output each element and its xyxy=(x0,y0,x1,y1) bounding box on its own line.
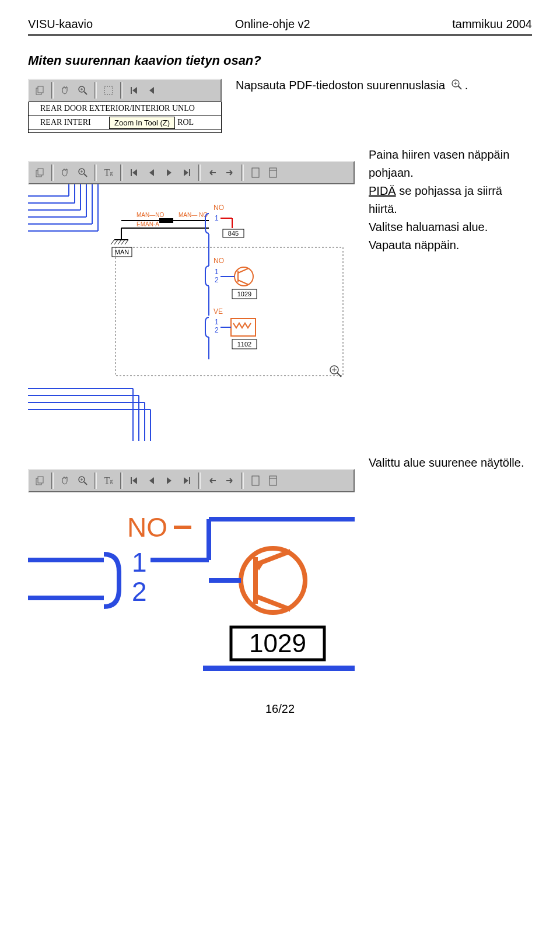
prev-page-icon[interactable] xyxy=(145,83,159,97)
zoomed-diagram: NO 1 2 xyxy=(28,496,355,673)
first-page-icon[interactable] xyxy=(127,474,141,488)
steps-text: Paina hiiren vasen näppäin pohjaan. PIDÄ… xyxy=(369,146,532,441)
step-4: Vapauta näppäin. xyxy=(369,236,532,254)
context-row-2: REAR INTERI Zoom In Tool (Z) ROL xyxy=(29,116,221,130)
label-one-c: 1 xyxy=(215,318,219,326)
last-page-icon[interactable] xyxy=(180,474,194,488)
label-no-top: NO xyxy=(214,204,224,212)
forward-icon[interactable] xyxy=(223,474,237,488)
copy-icon[interactable] xyxy=(33,474,47,488)
svg-line-44 xyxy=(114,240,118,244)
toolbar-divider xyxy=(120,82,123,99)
toolbar-divider xyxy=(120,473,123,489)
label-two-b: 2 xyxy=(215,276,219,284)
pdf-toolbar-3: Tg xyxy=(28,469,355,492)
svg-line-45 xyxy=(118,240,121,244)
svg-marker-21 xyxy=(132,169,137,176)
svg-rect-64 xyxy=(231,318,256,336)
toolbar-divider xyxy=(198,473,201,489)
context-row-2-left: REAR INTERI xyxy=(29,118,109,127)
svg-rect-81 xyxy=(38,477,43,483)
forward-icon[interactable] xyxy=(223,166,237,180)
svg-rect-55 xyxy=(116,247,343,376)
toolbar-divider xyxy=(94,473,97,489)
magnifier-icon xyxy=(451,79,463,90)
first-page-icon[interactable] xyxy=(127,166,141,180)
label-two-c: 2 xyxy=(215,326,219,334)
svg-line-60 xyxy=(238,280,249,285)
prev-page-icon[interactable] xyxy=(145,474,159,488)
label-ve: VE xyxy=(214,307,223,316)
label-trace2: EMAN-A xyxy=(136,221,159,228)
svg-line-3 xyxy=(84,92,87,94)
diagram-sample: Tg xyxy=(28,146,355,441)
toolbar-divider xyxy=(51,82,54,99)
zoom-label-one: 1 xyxy=(132,547,147,578)
label-1102: 1102 xyxy=(237,341,251,348)
fit-width-icon[interactable] xyxy=(266,474,280,488)
svg-marker-22 xyxy=(149,169,154,176)
toolbar-context-rows: REAR DOOR EXTERIOR/INTERIOR UNLO REAR IN… xyxy=(28,102,222,133)
first-page-icon[interactable] xyxy=(127,83,141,97)
zoom-in-icon[interactable] xyxy=(76,166,90,180)
copy-icon[interactable] xyxy=(33,83,47,97)
svg-line-71 xyxy=(337,373,341,377)
zoom-steps-section: Tg xyxy=(28,146,532,441)
svg-rect-6 xyxy=(104,86,113,94)
zoom-in-icon[interactable] xyxy=(76,83,90,97)
fit-width-icon[interactable] xyxy=(266,166,280,180)
toolbar-divider xyxy=(198,164,201,181)
svg-line-43 xyxy=(111,240,114,244)
last-page-icon[interactable] xyxy=(180,166,194,180)
zoom-label-two: 2 xyxy=(132,576,147,607)
header-right: tammikuu 2004 xyxy=(452,18,532,31)
hand-icon[interactable] xyxy=(58,166,72,180)
svg-rect-1 xyxy=(38,86,43,93)
label-trace3: MAN— NO xyxy=(178,212,208,218)
page: VISU-kaavio Online-ohje v2 tammikuu 2004… xyxy=(0,0,560,716)
label-one: 1 xyxy=(215,214,219,222)
zoom-label-no: NO xyxy=(127,512,167,542)
svg-marker-88 xyxy=(149,477,154,484)
label-man: MAN xyxy=(115,249,130,256)
label-no-mid: NO xyxy=(214,257,224,265)
zoom-tooltip: Zoom In Tool (Z) xyxy=(109,117,175,129)
svg-marker-23 xyxy=(167,169,172,176)
result-section: Tg xyxy=(28,454,532,673)
intro-suffix: . xyxy=(465,79,468,92)
text-tool-icon[interactable]: Tg xyxy=(102,474,116,488)
back-icon[interactable] xyxy=(205,474,219,488)
hand-icon[interactable] xyxy=(58,83,72,97)
zoom-in-icon[interactable] xyxy=(76,474,90,488)
back-icon[interactable] xyxy=(205,166,219,180)
next-page-icon[interactable] xyxy=(162,166,176,180)
intro-text: Napsauta PDF-tiedoston suurennuslasia . xyxy=(236,79,468,92)
toolbar-divider xyxy=(51,473,54,489)
svg-rect-92 xyxy=(252,476,259,485)
svg-rect-15 xyxy=(38,169,43,175)
text-tool-icon[interactable]: Tg xyxy=(102,166,116,180)
copy-icon[interactable] xyxy=(33,166,47,180)
header-divider xyxy=(28,34,532,36)
prev-page-icon[interactable] xyxy=(145,166,159,180)
next-page-icon[interactable] xyxy=(162,474,176,488)
hand-icon[interactable] xyxy=(58,474,72,488)
svg-line-59 xyxy=(238,268,249,273)
zoom-label-1029: 1029 xyxy=(249,629,306,657)
svg-marker-9 xyxy=(149,87,154,94)
intro-row: REAR DOOR EXTERIOR/INTERIOR UNLO REAR IN… xyxy=(28,79,532,133)
result-text: Valittu alue suurenee näytölle. xyxy=(369,454,524,673)
page-header: VISU-kaavio Online-ohje v2 tammikuu 2004 xyxy=(28,18,532,31)
label-1029: 1029 xyxy=(237,290,251,298)
svg-marker-87 xyxy=(132,477,137,484)
svg-marker-90 xyxy=(184,477,188,484)
label-trace1: MAN—NO xyxy=(136,212,164,218)
fit-page-icon[interactable] xyxy=(249,166,262,180)
step-3: Valitse haluamasi alue. xyxy=(369,218,532,236)
svg-marker-24 xyxy=(184,169,188,176)
marquee-select-icon[interactable] xyxy=(102,83,116,97)
context-row-2-right: ROL xyxy=(175,118,194,127)
fit-page-icon[interactable] xyxy=(249,474,262,488)
step-1: Paina hiiren vasen näppäin pohjaan. xyxy=(369,146,532,182)
toolbar-divider xyxy=(94,164,97,181)
